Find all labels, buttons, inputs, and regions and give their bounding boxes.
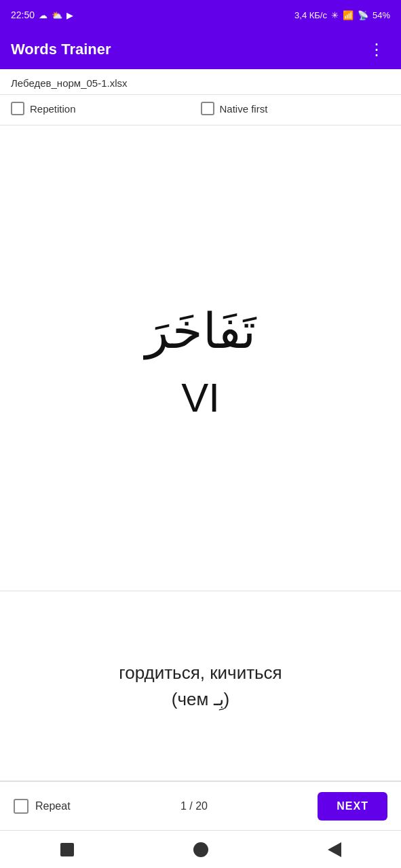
triangle-icon xyxy=(328,842,341,857)
app-bar-actions: ⋮ xyxy=(363,37,390,62)
battery-text: 54% xyxy=(373,10,390,20)
progress-text: 1 / 20 xyxy=(180,800,208,812)
square-icon xyxy=(60,843,74,856)
bluetooth-icon: ✳ xyxy=(331,10,339,20)
roman-numeral: VI xyxy=(181,374,220,421)
bottom-bar: Repeat 1 / 20 NEXT xyxy=(0,781,401,830)
menu-button[interactable]: ⋮ xyxy=(363,37,390,62)
translation-line2: (чем بِـ) xyxy=(172,689,229,709)
wifi-icon: 📡 xyxy=(358,10,368,20)
native-first-checkbox[interactable] xyxy=(201,102,214,115)
signal-icon: 📶 xyxy=(343,10,354,20)
main-card: تَفَاخَرَ VI гордиться, кичиться (чем بِ… xyxy=(0,125,401,781)
translation-line1: гордиться, кичиться xyxy=(119,663,282,683)
speed-text: 3,4 КБ/с xyxy=(294,10,327,20)
translation-area: гордиться, кичиться (чем بِـ) xyxy=(0,591,401,781)
circle-icon xyxy=(193,842,208,857)
filename-text: Лебедев_норм_05-1.xlsx xyxy=(11,77,128,89)
word-display-area: تَفَاخَرَ VI xyxy=(0,125,401,591)
file-name-bar: Лебедев_норм_05-1.xlsx xyxy=(0,69,401,95)
repeat-label: Repeat xyxy=(35,800,71,812)
next-button[interactable]: NEXT xyxy=(318,792,387,821)
translation-text: гордиться, кичиться (чем بِـ) xyxy=(119,660,282,713)
repetition-option[interactable]: Repetition xyxy=(11,102,201,115)
app-bar: Words Trainer ⋮ xyxy=(0,30,401,69)
nav-home-button[interactable] xyxy=(191,840,210,859)
status-time: 22:50 ☁ ⛅ ▶ xyxy=(11,9,73,20)
nav-square-button[interactable] xyxy=(58,840,77,859)
repeat-checkbox[interactable] xyxy=(14,799,28,814)
cloud-icon: ☁ xyxy=(39,10,47,20)
status-bar: 22:50 ☁ ⛅ ▶ 3,4 КБ/с ✳ 📶 📡 54% xyxy=(0,0,401,30)
repeat-option[interactable]: Repeat xyxy=(14,799,71,814)
arabic-word: تَفَاخَرَ xyxy=(145,302,256,360)
status-right: 3,4 КБ/с ✳ 📶 📡 54% xyxy=(294,10,390,20)
cloud2-icon: ⛅ xyxy=(52,10,62,20)
nav-bar xyxy=(0,830,401,868)
native-first-label: Native first xyxy=(220,103,268,115)
time-text: 22:50 xyxy=(11,9,35,20)
video-icon: ▶ xyxy=(66,10,73,20)
repetition-label: Repetition xyxy=(30,103,76,115)
options-row: Repetition Native first xyxy=(0,95,401,125)
nav-back-button[interactable] xyxy=(325,840,344,859)
repetition-checkbox[interactable] xyxy=(11,102,24,115)
app-title: Words Trainer xyxy=(11,41,111,58)
native-first-option[interactable]: Native first xyxy=(201,102,391,115)
